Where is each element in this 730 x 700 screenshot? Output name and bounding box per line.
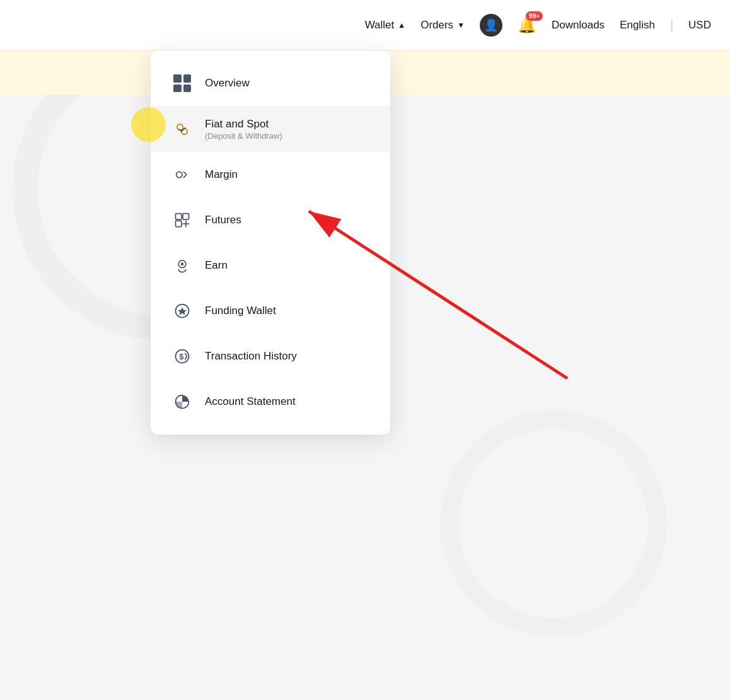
svg-rect-3 bbox=[176, 214, 182, 219]
overview-label: Overview bbox=[205, 76, 250, 90]
english-label[interactable]: English bbox=[620, 19, 655, 32]
separator: | bbox=[670, 18, 673, 32]
menu-item-futures[interactable]: Futures bbox=[151, 197, 390, 243]
margin-label: Margin bbox=[205, 168, 238, 182]
transaction-history-icon: $ bbox=[171, 345, 194, 368]
svg-marker-9 bbox=[178, 307, 187, 315]
menu-item-funding-wallet[interactable]: Funding Wallet bbox=[151, 288, 390, 334]
fiat-spot-text: Fiat and Spot (Deposit & Withdraw) bbox=[205, 117, 282, 141]
nav-items: Wallet ▲ Orders ▼ 👤 🔔 99+ Downloads Engl… bbox=[365, 14, 711, 37]
notification-bell-wrapper[interactable]: 🔔 99+ bbox=[518, 16, 536, 34]
earn-label: Earn bbox=[205, 259, 228, 272]
svg-rect-4 bbox=[183, 214, 188, 219]
menu-item-fiat-and-spot[interactable]: Fiat and Spot (Deposit & Withdraw) bbox=[151, 106, 390, 152]
wallet-arrow-icon: ▲ bbox=[398, 21, 405, 30]
orders-label: Orders bbox=[420, 19, 453, 32]
account-statement-label: Account Statement bbox=[205, 395, 296, 409]
orders-arrow-icon: ▼ bbox=[457, 21, 465, 30]
overview-icon bbox=[171, 72, 194, 95]
earn-icon bbox=[171, 254, 194, 277]
menu-item-transaction-history[interactable]: $ Transaction History bbox=[151, 334, 390, 379]
funding-wallet-icon bbox=[171, 300, 194, 322]
wallet-label: Wallet bbox=[365, 19, 395, 32]
svg-point-2 bbox=[177, 172, 182, 177]
funding-wallet-label: Funding Wallet bbox=[205, 304, 276, 318]
svg-point-7 bbox=[181, 262, 184, 265]
wallet-nav-item[interactable]: Wallet ▲ bbox=[365, 19, 406, 32]
margin-icon bbox=[171, 163, 194, 186]
futures-label: Futures bbox=[205, 213, 241, 227]
wallet-dropdown-overlay: Overview Fiat and Spot (Deposit & Withdr… bbox=[151, 50, 390, 435]
account-statement-icon bbox=[171, 390, 194, 413]
usd-label[interactable]: USD bbox=[688, 19, 711, 32]
svg-text:$: $ bbox=[179, 352, 183, 361]
futures-icon bbox=[171, 209, 194, 231]
svg-rect-5 bbox=[176, 221, 182, 226]
downloads-label[interactable]: Downloads bbox=[552, 19, 605, 32]
svg-point-1 bbox=[182, 128, 187, 134]
menu-item-earn[interactable]: Earn bbox=[151, 243, 390, 288]
user-avatar[interactable]: 👤 bbox=[480, 14, 502, 37]
menu-item-account-statement[interactable]: Account Statement bbox=[151, 379, 390, 424]
transaction-history-label: Transaction History bbox=[205, 349, 297, 363]
menu-item-margin[interactable]: Margin bbox=[151, 152, 390, 197]
fiat-spot-icon bbox=[171, 118, 194, 141]
navbar: Wallet ▲ Orders ▼ 👤 🔔 99+ Downloads Engl… bbox=[0, 0, 730, 50]
menu-item-overview[interactable]: Overview bbox=[151, 61, 390, 106]
wallet-dropdown-menu: Overview Fiat and Spot (Deposit & Withdr… bbox=[151, 50, 390, 435]
avatar-icon: 👤 bbox=[484, 18, 498, 32]
orders-nav-item[interactable]: Orders ▼ bbox=[420, 19, 465, 32]
notification-badge: 99+ bbox=[526, 11, 543, 21]
